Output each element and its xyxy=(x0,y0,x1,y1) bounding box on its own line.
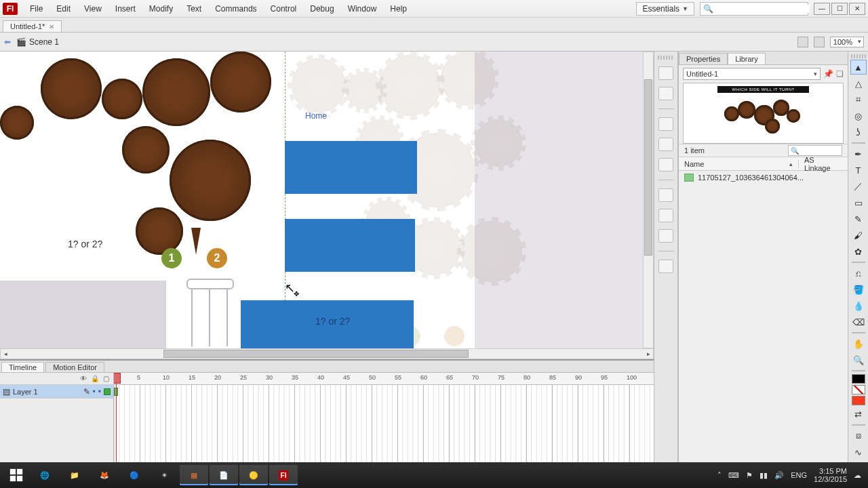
keyboard-icon[interactable]: ⌨ xyxy=(728,471,739,480)
eraser-tool[interactable]: ⌫ xyxy=(850,314,867,329)
start-button[interactable] xyxy=(3,465,30,485)
color-panel-icon[interactable] xyxy=(658,66,673,80)
workspace-switcher[interactable]: Essentials ▼ xyxy=(636,2,694,16)
taskbar-chrome-icon[interactable]: 🔵 xyxy=(120,465,149,485)
minimize-button[interactable]: — xyxy=(814,3,830,15)
menu-commands[interactable]: Commands xyxy=(208,1,263,16)
column-linkage[interactable]: AS Linkage xyxy=(799,156,848,172)
stage-text-question[interactable]: 1? or 2? xyxy=(68,239,102,249)
gear-graphic[interactable] xyxy=(0,106,34,140)
tab-properties[interactable]: Properties xyxy=(679,53,728,64)
choice-ball-1[interactable]: 1 xyxy=(161,248,182,268)
eyedropper-tool[interactable]: 💧 xyxy=(850,298,867,313)
tab-timeline[interactable]: Timeline xyxy=(1,362,44,372)
pin-icon[interactable]: 📌 xyxy=(823,69,833,79)
swatches-panel-icon[interactable] xyxy=(658,87,673,100)
home-link[interactable]: Home xyxy=(305,111,327,121)
taskbar-ie-icon[interactable]: 🌐 xyxy=(31,465,59,485)
edit-symbols-icon[interactable] xyxy=(814,37,825,47)
library-item[interactable]: 11705127_103636461304064... xyxy=(679,171,848,184)
gear-graphic[interactable] xyxy=(122,126,170,174)
outline-icon[interactable]: ▢ xyxy=(103,375,109,382)
document-tab[interactable]: Untitled-1* ✕ xyxy=(3,20,62,32)
tab-motion-editor[interactable]: Motion Editor xyxy=(45,362,104,372)
lock-icon[interactable]: 🔒 xyxy=(91,375,99,382)
help-search[interactable]: 🔍 xyxy=(700,2,808,16)
gear-graphic[interactable] xyxy=(41,58,102,119)
gear-graphic[interactable] xyxy=(170,140,251,221)
taskbar-powerpoint-icon[interactable]: ▦ xyxy=(180,465,208,485)
stage-text-question-ghost[interactable]: 1? or 2? xyxy=(315,316,350,327)
motion-presets-icon[interactable] xyxy=(658,229,673,243)
line-tool[interactable]: ／ xyxy=(850,179,867,194)
project-panel-icon[interactable] xyxy=(658,260,673,273)
zoom-select[interactable]: 100% xyxy=(830,37,864,47)
stage-area[interactable]: 1? or 2? 1 2 xyxy=(0,52,654,348)
back-arrow-icon[interactable]: ⬅ xyxy=(4,37,11,47)
menu-debug[interactable]: Debug xyxy=(303,1,340,16)
deco-tool[interactable]: ✿ xyxy=(850,244,867,259)
snap-to-objects-icon[interactable]: ⧇ xyxy=(850,428,867,443)
info-panel-icon[interactable] xyxy=(658,138,673,151)
stool-graphic[interactable] xyxy=(183,279,237,346)
onedrive-icon[interactable]: ☁ xyxy=(854,471,861,480)
menu-control[interactable]: Control xyxy=(264,1,304,16)
stage-vertical-scrollbar[interactable] xyxy=(643,52,654,348)
menu-modify[interactable]: Modify xyxy=(142,1,180,16)
gear-graphic[interactable] xyxy=(210,52,271,113)
components-icon[interactable] xyxy=(658,209,673,222)
menu-file[interactable]: File xyxy=(23,1,50,16)
language-indicator[interactable]: ENG xyxy=(791,471,807,479)
code-snippets-icon[interactable] xyxy=(658,188,673,202)
layer-lock-dot[interactable]: • xyxy=(98,387,101,396)
layer-name[interactable]: Layer 1 xyxy=(13,388,81,396)
action-center-icon[interactable]: ⚑ xyxy=(746,471,753,480)
subselection-tool[interactable]: △ xyxy=(850,76,867,91)
gear-graphic[interactable] xyxy=(102,79,142,119)
edit-scene-icon[interactable] xyxy=(797,37,808,47)
eye-icon[interactable]: 👁 xyxy=(80,375,87,382)
library-list[interactable]: 11705127_103636461304064... xyxy=(679,171,848,474)
network-icon[interactable]: ▮▮ xyxy=(760,471,768,480)
layer-visible-dot[interactable]: • xyxy=(93,387,96,396)
column-name[interactable]: Name▴ xyxy=(679,160,799,168)
swap-colors-icon[interactable]: ⇄ xyxy=(850,407,867,422)
menu-help[interactable]: Help xyxy=(383,1,414,16)
menu-insert[interactable]: Insert xyxy=(108,1,142,16)
brush-tool[interactable]: 🖌 xyxy=(850,228,867,243)
maximize-button[interactable]: ☐ xyxy=(831,3,848,15)
3d-rotation-tool[interactable]: ◎ xyxy=(850,108,867,123)
gear-graphic[interactable] xyxy=(142,58,210,126)
scene-breadcrumb[interactable]: 🎬 Scene 1 xyxy=(16,37,59,47)
selection-tool[interactable]: ▲ xyxy=(850,60,867,75)
lasso-tool[interactable]: ʖ xyxy=(850,125,867,140)
close-button[interactable]: ✕ xyxy=(849,3,865,15)
tab-library[interactable]: Library xyxy=(728,53,766,64)
taskbar-explorer-icon[interactable]: 📁 xyxy=(60,465,89,485)
pointer-graphic[interactable] xyxy=(191,228,201,255)
close-icon[interactable]: ✕ xyxy=(49,23,54,30)
volume-icon[interactable]: 🔊 xyxy=(774,471,784,480)
taskbar-clock[interactable]: 3:15 PM 12/3/2015 xyxy=(814,467,847,483)
text-tool[interactable]: T xyxy=(850,163,867,178)
smooth-option-icon[interactable]: ∿ xyxy=(850,445,867,460)
menu-text[interactable]: Text xyxy=(180,1,208,16)
tray-chevron-up-icon[interactable]: ˄ xyxy=(717,471,722,480)
stroke-color-swatch[interactable] xyxy=(852,374,865,384)
help-search-input[interactable] xyxy=(716,5,810,13)
pen-tool[interactable]: ✒ xyxy=(850,146,867,161)
bone-tool[interactable]: ⎌ xyxy=(850,266,867,281)
layer-outline-swatch[interactable] xyxy=(104,388,111,395)
gear-graphic[interactable] xyxy=(136,207,183,255)
new-library-icon[interactable]: ❏ xyxy=(836,69,844,79)
taskbar-notepad-icon[interactable]: 📄 xyxy=(210,465,238,485)
menu-view[interactable]: View xyxy=(77,1,108,16)
fill-color-swatch[interactable] xyxy=(852,385,865,394)
library-search[interactable]: 🔍 xyxy=(788,145,842,156)
taskbar-chrome-running-icon[interactable]: 🟡 xyxy=(239,465,268,485)
floor-graphic[interactable] xyxy=(0,281,166,348)
taskbar-firefox-icon[interactable]: 🦊 xyxy=(90,465,119,485)
taskbar-flash-icon[interactable]: Fl xyxy=(269,465,298,485)
transform-panel-icon[interactable] xyxy=(658,158,673,171)
fill-color-swatch-2[interactable] xyxy=(852,396,865,405)
